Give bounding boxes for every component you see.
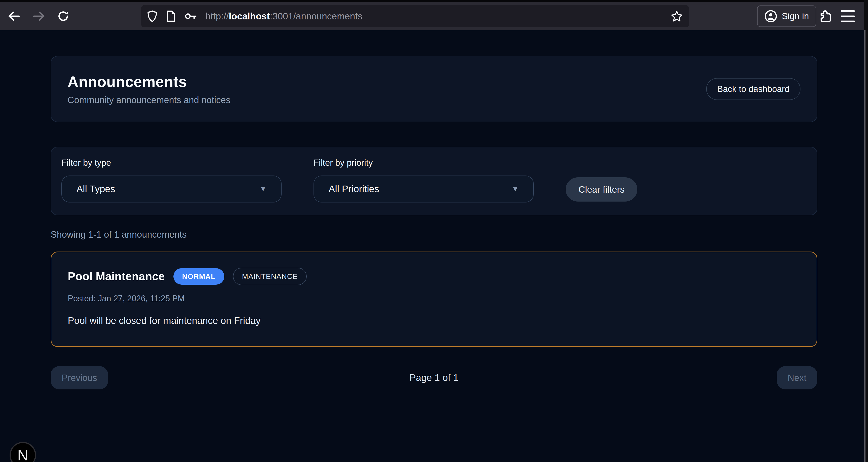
announcements-header-card: Announcements Community announcements an… bbox=[51, 56, 817, 122]
back-to-dashboard-button[interactable]: Back to dashboard bbox=[706, 78, 801, 100]
key-permission-icon[interactable] bbox=[184, 12, 197, 21]
chevron-down-icon: ▼ bbox=[512, 185, 519, 193]
back-button[interactable] bbox=[4, 2, 24, 30]
url-text: http://localhost:3001/announcements bbox=[205, 11, 671, 22]
forward-button[interactable] bbox=[29, 2, 49, 30]
extensions-puzzle-icon[interactable] bbox=[816, 7, 835, 25]
announcement-card[interactable]: Pool Maintenance NORMAL MAINTENANCE Post… bbox=[51, 251, 817, 347]
window-top-edge bbox=[0, 0, 868, 2]
bookmark-star-icon[interactable] bbox=[671, 10, 683, 22]
reload-button[interactable] bbox=[53, 2, 73, 30]
previous-page-button[interactable]: Previous bbox=[51, 366, 108, 390]
url-bar[interactable]: http://localhost:3001/announcements bbox=[141, 5, 689, 27]
type-select-value: All Types bbox=[76, 184, 115, 194]
filter-type-label: Filter by type bbox=[61, 158, 282, 168]
announcement-title: Pool Maintenance bbox=[68, 270, 165, 283]
page-info-icon[interactable] bbox=[166, 10, 176, 22]
filters-card: Filter by type All Types ▼ Filter by pri… bbox=[51, 147, 817, 215]
browser-toolbar: http://localhost:3001/announcements Sign… bbox=[0, 2, 868, 30]
priority-badge: NORMAL bbox=[174, 268, 224, 285]
sign-in-button[interactable]: Sign in bbox=[757, 5, 816, 27]
scrollbar-thumb[interactable] bbox=[864, 30, 866, 462]
pagination: Previous Page 1 of 1 Next bbox=[51, 366, 817, 390]
sign-in-label: Sign in bbox=[782, 11, 809, 21]
priority-select-value: All Priorities bbox=[329, 184, 379, 194]
scrollbar-track[interactable] bbox=[864, 0, 868, 462]
priority-select[interactable]: All Priorities ▼ bbox=[313, 176, 534, 203]
back-arrow-icon bbox=[7, 11, 21, 22]
hamburger-menu-icon[interactable] bbox=[841, 10, 855, 22]
next-page-button[interactable]: Next bbox=[777, 366, 817, 390]
chevron-down-icon: ▼ bbox=[260, 185, 267, 193]
account-avatar-icon bbox=[765, 10, 777, 23]
reload-icon bbox=[57, 10, 70, 23]
announcement-posted-date: Posted: Jan 27, 2026, 11:25 PM bbox=[68, 294, 800, 303]
type-badge: MAINTENANCE bbox=[233, 268, 307, 285]
forward-arrow-icon bbox=[32, 11, 45, 22]
page-body: Announcements Community announcements an… bbox=[0, 30, 868, 462]
results-summary: Showing 1-1 of 1 announcements bbox=[51, 229, 817, 240]
shield-icon[interactable] bbox=[147, 10, 157, 22]
page-subtitle: Community announcements and notices bbox=[67, 95, 230, 105]
page-title: Announcements bbox=[67, 73, 230, 90]
announcement-body: Pool will be closed for maintenance on F… bbox=[68, 315, 800, 326]
filter-priority-label: Filter by priority bbox=[313, 158, 534, 168]
page-status: Page 1 of 1 bbox=[410, 372, 459, 383]
clear-filters-button[interactable]: Clear filters bbox=[566, 177, 637, 202]
type-select[interactable]: All Types ▼ bbox=[61, 176, 282, 203]
